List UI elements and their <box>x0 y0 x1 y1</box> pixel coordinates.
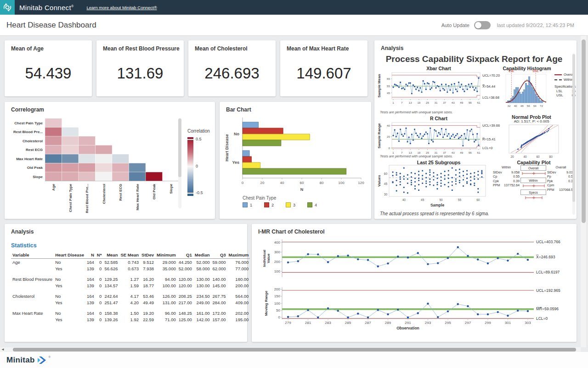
stat-cell: 94.00 <box>155 276 177 282</box>
page-horizontal-scrollbar[interactable]: ◄ <box>0 347 581 352</box>
stat-cell: 125.00 <box>177 316 193 323</box>
x-tick-label: 293 <box>425 321 431 325</box>
x-tick-label: 72 <box>540 104 543 107</box>
minitab-footer-logo[interactable]: Minitab ® <box>6 356 51 365</box>
data-point <box>403 167 405 168</box>
data-point <box>447 310 449 312</box>
panel-scrollbar-thumb[interactable] <box>572 54 575 202</box>
gradient-tick-mark <box>187 193 193 194</box>
auto-update-toggle[interactable] <box>474 21 491 29</box>
data-point <box>467 129 468 130</box>
data-point <box>477 258 479 260</box>
stat-cell: 139 <box>85 316 96 323</box>
spacer-row <box>11 289 250 293</box>
learn-more-link[interactable]: Learn more about Minitab Connect® <box>86 5 157 10</box>
column-label: Cholesterol <box>102 184 106 204</box>
heart-disease-cell: No <box>54 276 85 282</box>
data-point <box>429 184 430 185</box>
page-vscroll-thumb[interactable] <box>582 39 586 223</box>
data-point <box>461 135 462 136</box>
data-point <box>442 136 444 138</box>
page-vertical-scrollbar[interactable] <box>581 36 586 347</box>
statistics-heading[interactable]: Statistics <box>11 242 37 249</box>
x-tick-label: 60 <box>300 181 304 185</box>
data-point <box>444 134 445 135</box>
x-tick-label: 43 <box>452 151 455 154</box>
heatmap-cell <box>129 172 146 181</box>
data-point <box>469 86 471 88</box>
x-tick-label: 61 <box>477 101 480 104</box>
x-tick-label: 289 <box>385 321 391 325</box>
data-point <box>407 192 408 194</box>
data-point <box>441 128 442 129</box>
data-point <box>527 259 529 261</box>
data-point <box>392 182 393 183</box>
data-point <box>444 178 446 180</box>
page-hscroll-thumb[interactable] <box>13 348 576 351</box>
stat-cell: 180.00 <box>227 276 250 282</box>
data-point <box>464 91 465 92</box>
footer-trademark: ® <box>49 356 51 358</box>
histogram-bar <box>530 83 532 103</box>
heatmap-cell <box>62 154 79 163</box>
correlogram-panel: Correlogram Chest Pain TypeRest Blood Pr… <box>5 102 215 219</box>
data-point <box>377 309 379 311</box>
data-point <box>392 86 394 88</box>
data-point <box>487 262 489 264</box>
data-point <box>424 83 425 84</box>
series-line <box>288 304 528 318</box>
data-point <box>407 183 408 184</box>
x-tick-label: 291 <box>405 321 411 325</box>
x-tick-label: 40 <box>402 198 406 201</box>
heatmap-cell <box>96 163 113 173</box>
scroll-left-arrow[interactable]: ◄ <box>1 347 5 351</box>
data-point <box>517 310 519 312</box>
data-point <box>431 139 432 141</box>
heatmap-cell <box>62 172 79 181</box>
data-point <box>459 182 460 183</box>
data-point <box>466 170 468 171</box>
y-tick-label: 60 <box>384 172 388 175</box>
data-point <box>405 128 407 129</box>
legend-item: 4 <box>307 202 317 207</box>
data-point <box>432 81 434 82</box>
correlogram-scrollbar[interactable] <box>178 118 181 208</box>
variable-cell <box>11 299 54 306</box>
data-point <box>400 181 401 183</box>
correlogram-scrollbar-thumb[interactable] <box>178 118 181 177</box>
cap-stat-row: Cpk0.39 <box>493 179 520 184</box>
data-point <box>401 88 402 89</box>
data-point <box>452 177 453 178</box>
stat-cell: 142.00 <box>193 316 211 323</box>
data-point <box>452 92 454 94</box>
variable-cell: Cholesterol <box>11 293 54 299</box>
unequal-sample-note: Tests are performed with unequal sample … <box>380 110 453 114</box>
data-point <box>435 87 436 89</box>
data-point <box>400 176 401 178</box>
individual-value-chart: 100200300400UCL=403.766X̅=246.693LCL=89.… <box>255 236 574 284</box>
stat-cell: 251.47 <box>103 299 119 306</box>
data-point <box>415 89 417 90</box>
stat-cell: 0.673 <box>119 265 140 272</box>
stat-cell: 4.20 <box>119 299 140 306</box>
heatmap-cell <box>112 154 129 163</box>
y-tick-label: 30 <box>384 193 388 196</box>
y-tick-label: 150 <box>274 294 281 298</box>
data-point <box>452 190 453 191</box>
data-point <box>405 84 407 85</box>
cap-interval <box>520 171 548 176</box>
stat-cell: 0 <box>96 259 103 266</box>
data-point <box>459 86 461 88</box>
histogram-bar <box>525 83 527 103</box>
data-point <box>481 170 482 171</box>
data-point <box>297 260 299 262</box>
cap-boxes: Overall Within Specs <box>520 165 547 202</box>
panel-scrollbar[interactable] <box>572 53 575 215</box>
limit-label: UCL=403.766 <box>536 240 560 244</box>
stat-cell: 29.000 <box>155 259 177 266</box>
minitab-connect-logo[interactable] <box>0 0 15 15</box>
stat-cell: 139 <box>85 265 96 272</box>
data-point <box>427 82 428 84</box>
legend-item: 1 <box>243 202 252 207</box>
heart-disease-cell: Yes <box>54 299 85 306</box>
